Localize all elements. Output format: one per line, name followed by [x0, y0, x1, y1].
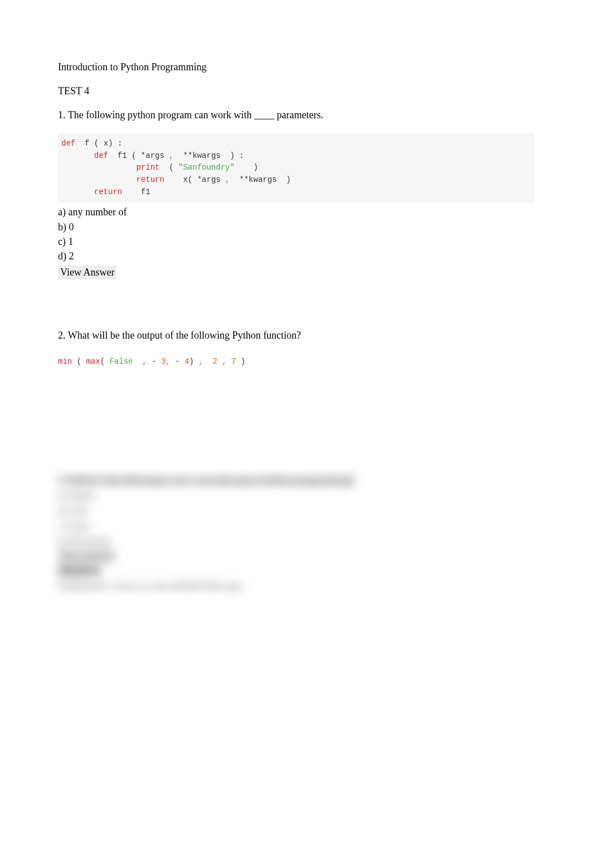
question-1-options: a) any number of b) 0 c) 1 d) 2 [58, 205, 534, 263]
test-label: TEST 4 [58, 85, 534, 97]
code-text: f1 [108, 151, 127, 160]
number-2: 2 [203, 357, 217, 366]
question-2-prompt: 2. What will be the output of the follow… [58, 330, 534, 341]
keyword-print: print [136, 163, 159, 172]
paren-close: ) [189, 357, 193, 366]
option-d: d) 2 [58, 249, 534, 263]
paren-close: ) [286, 175, 290, 184]
code-text: **kwargs [230, 175, 277, 184]
literal-false: False [109, 357, 133, 366]
blurred-explanation: Explanation: Class is a user-defined dat… [58, 578, 534, 594]
code-text: x [164, 175, 188, 184]
code-text: f [75, 139, 89, 148]
fn-min: min [58, 357, 72, 366]
question-1-prompt: 1. The following python program can work… [58, 109, 534, 121]
keyword-return: return [136, 175, 164, 184]
option-c: c) 1 [58, 234, 534, 249]
paren-open: ( [100, 357, 105, 366]
comma: , [133, 357, 147, 366]
paren-close: ) [230, 151, 235, 160]
page-title: Introduction to Python Programming [58, 61, 534, 73]
comma: , [166, 357, 170, 366]
option-b: b) 0 [58, 220, 534, 234]
colon: : [239, 151, 244, 160]
blurred-option-d: d) Dictionary [58, 533, 534, 548]
code-text: x [104, 139, 108, 148]
question-1-code: def f ( x) : def f1 ( *args , **kwargs )… [58, 133, 534, 202]
paren-open: ( [77, 357, 81, 366]
paren-close: ) [235, 163, 258, 172]
code-text: f1 [122, 187, 150, 196]
paren-open: ( [159, 163, 173, 172]
minus: - [175, 357, 179, 366]
comma: , [198, 357, 203, 366]
minus: - [152, 357, 156, 366]
keyword-def: def [94, 151, 108, 160]
blurred-view-answer: View Answer [58, 548, 115, 563]
view-answer-button[interactable]: View Answer [58, 266, 117, 279]
paren-open: ( [188, 175, 192, 184]
question-2-code: min ( max( False , - 3, - 4) , 2 , 7 ) [58, 356, 534, 367]
blurred-preview: 3. Which of the following is not a core … [58, 473, 534, 594]
blurred-option-b: b) Lists [58, 503, 534, 518]
keyword-def: def [61, 139, 75, 148]
blurred-answer: Answer: c [58, 565, 101, 576]
fn-max: max [86, 357, 100, 366]
comma: , [169, 151, 173, 160]
blurred-option-a: a) Tuples [58, 488, 534, 503]
code-text: *args [141, 151, 164, 160]
code-text: *args [197, 175, 221, 184]
number-7: 7 [231, 357, 236, 366]
blurred-option-c: c) Class [58, 518, 534, 533]
paren-close: ) [241, 357, 245, 366]
keyword-return: return [94, 187, 122, 196]
colon: : [118, 139, 122, 148]
blurred-question: 3. Which of the following is not a core … [58, 475, 355, 486]
code-text: **kwargs [174, 151, 221, 160]
paren-open: ( [132, 151, 136, 160]
option-a: a) any number of [58, 205, 534, 219]
paren-open: ( [94, 139, 99, 148]
paren-close: ) [108, 139, 113, 148]
comma: , [225, 175, 230, 184]
string-literal: "Sanfoundry" [178, 163, 235, 172]
comma: , [222, 357, 226, 366]
